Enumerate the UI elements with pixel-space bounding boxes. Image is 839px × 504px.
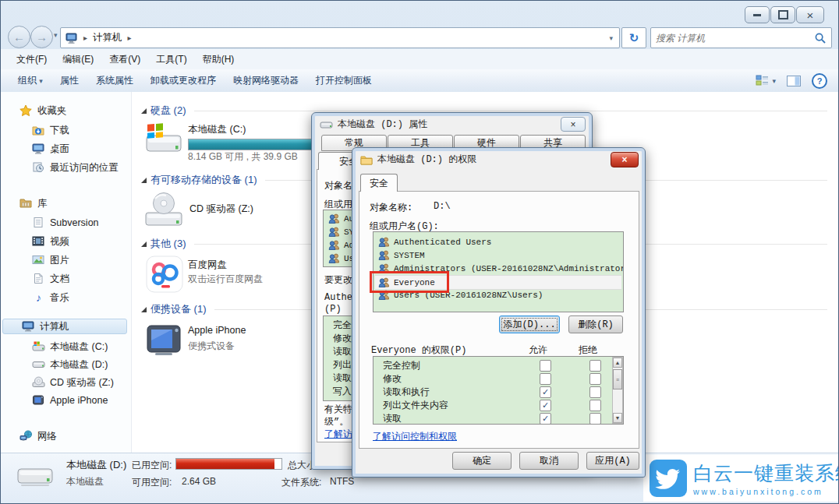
sidebar-item-favorites[interactable]: 收藏夹 — [19, 103, 67, 118]
deny-checkbox-list-folder[interactable] — [589, 400, 601, 411]
deny-checkbox-read-execute[interactable] — [589, 386, 601, 398]
local-disk-c-icon[interactable] — [143, 123, 184, 157]
filesystem-label: 文件系统: — [281, 476, 321, 489]
sidebar-item-downloads[interactable]: 下载 — [32, 122, 69, 138]
sidebar-item-computer[interactable]: 计算机 — [2, 319, 127, 334]
refresh-icon: ↻ — [629, 31, 639, 45]
allow-checkbox-read-execute[interactable]: ✓ — [540, 386, 551, 398]
allow-checkbox-list-folder[interactable]: ✓ — [540, 400, 551, 411]
sidebar-item-documents[interactable]: 文档 — [32, 271, 69, 287]
apple-iphone-icon[interactable] — [144, 321, 183, 358]
cancel-button[interactable]: 取消 — [519, 452, 579, 470]
close-button[interactable]: × — [796, 6, 824, 23]
allow-checkbox-full-control[interactable] — [540, 360, 551, 372]
drive-icon — [16, 461, 54, 491]
watermark-title: 白云一键重装系统 — [693, 460, 839, 486]
scrollbar[interactable]: ▲ ≡ ▼ — [612, 357, 623, 424]
system-properties-button[interactable]: 系统属性 — [96, 74, 133, 87]
refresh-button[interactable]: ↻ — [621, 27, 646, 48]
sidebar-item-network[interactable]: 网络 — [19, 428, 57, 444]
baidu-netdisk-label[interactable]: 百度网盘 — [188, 259, 227, 272]
sidebar-item-pictures[interactable]: 图片 — [32, 252, 69, 268]
sidebar-item-apple-iphone[interactable]: Apple iPhone — [32, 393, 108, 408]
cd-drive-label[interactable]: CD 驱动器 (Z:) — [189, 203, 253, 216]
search-input[interactable] — [651, 33, 815, 44]
scrollbar-thumb[interactable]: ≡ — [613, 369, 622, 389]
local-disk-c-label[interactable]: 本地磁盘 (C:) — [188, 123, 246, 136]
collapse-triangle-icon[interactable] — [141, 241, 147, 247]
sidebar-item-local-disk-d[interactable]: 本地磁盘 (D:) — [32, 357, 108, 372]
open-control-panel-button[interactable]: 打开控制面板 — [316, 74, 372, 87]
iphone-icon — [32, 394, 44, 406]
collapse-triangle-icon[interactable] — [141, 108, 147, 114]
deny-checkbox-full-control[interactable] — [589, 360, 601, 372]
sidebar-item-desktop[interactable]: 桌面 — [32, 141, 69, 157]
acl-help-link[interactable]: 了解访问控制和权限 — [373, 430, 457, 443]
sidebar-item-subversion[interactable]: Subversion — [32, 215, 99, 231]
ok-button[interactable]: 确定 — [452, 452, 512, 470]
search-icon[interactable] — [815, 33, 826, 44]
acl-entry-authenticated-users[interactable]: Authenticated Users — [375, 235, 621, 248]
deny-checkbox-read[interactable] — [589, 413, 601, 425]
menu-tools[interactable]: 工具(T) — [156, 53, 186, 66]
preview-pane-icon[interactable] — [787, 76, 801, 86]
sidebar-item-libraries[interactable]: 库 — [19, 196, 48, 211]
allow-checkbox-modify[interactable] — [540, 373, 551, 385]
watermark-url[interactable]: www.baiyunxitong.com — [693, 487, 839, 496]
history-chevron-icon[interactable]: ▾ — [54, 31, 58, 39]
properties-dialog-titlebar[interactable]: 本地磁盘 (D:) 属性 — [320, 118, 427, 131]
address-dropdown-icon[interactable]: ▾ — [609, 34, 613, 42]
views-button[interactable]: ▾ — [756, 75, 776, 86]
sidebar-item-recent-places[interactable]: 最近访问的位置 — [32, 160, 119, 175]
minimize-button[interactable] — [745, 6, 770, 23]
baidu-netdisk-icon[interactable] — [146, 256, 183, 293]
map-network-drive-button[interactable]: 映射网络驱动器 — [233, 74, 299, 87]
menu-help[interactable]: 帮助(H) — [203, 53, 235, 66]
cd-drive-icon[interactable] — [143, 192, 184, 229]
permission-row-read: 读取 — [375, 412, 402, 425]
properties-button[interactable]: 属性 — [60, 74, 79, 87]
uninstall-program-button[interactable]: 卸载或更改程序 — [150, 74, 216, 87]
collapse-triangle-icon[interactable] — [141, 307, 147, 312]
apple-iphone-label[interactable]: Apple iPhone — [188, 325, 246, 336]
organize-button[interactable]: 组织 ▾ — [18, 74, 43, 87]
remove-button[interactable]: 删除(R) — [568, 315, 623, 333]
properties-close-button[interactable]: × — [561, 117, 586, 132]
menu-view[interactable]: 查看(V) — [109, 53, 140, 66]
address-bar[interactable]: ▸ 计算机 ▸ ▾ — [60, 27, 620, 48]
users-group-icon — [328, 253, 340, 263]
scroll-up-icon[interactable]: ▲ — [613, 358, 622, 368]
filesystem-value: NTFS — [330, 476, 354, 487]
menu-bar: 文件(F) 编辑(E) 查看(V) 工具(T) 帮助(H) — [1, 49, 838, 70]
scroll-down-icon[interactable]: ▼ — [613, 413, 622, 423]
collapse-triangle-icon[interactable] — [141, 178, 147, 183]
maximize-button[interactable] — [770, 6, 795, 23]
disk-icon — [32, 358, 45, 370]
apply-button[interactable]: 应用(A) — [586, 452, 639, 470]
sidebar-item-local-disk-c[interactable]: 本地磁盘 (C:) — [32, 339, 108, 354]
free-space-label: 可用空间: — [132, 476, 172, 489]
help-button[interactable]: ? — [812, 73, 827, 89]
allow-checkbox-read[interactable]: ✓ — [540, 413, 551, 425]
tab-security[interactable]: 安全 — [360, 174, 398, 192]
permission-row-full-control: 完全控制 — [375, 359, 420, 372]
watermark: 白云一键重装系统 www.baiyunxitong.com — [643, 455, 838, 502]
breadcrumb-computer[interactable]: 计算机 — [93, 31, 122, 44]
close-icon: × — [570, 119, 575, 130]
sidebar-item-music[interactable]: ♪ 音乐 — [32, 290, 69, 305]
back-button[interactable]: ← — [8, 26, 30, 48]
close-icon: × — [807, 9, 814, 22]
sidebar-item-cd-drive[interactable]: CD 驱动器 (Z:) — [32, 375, 114, 390]
back-icon: ← — [13, 30, 25, 44]
search-box[interactable] — [650, 27, 832, 48]
permissions-dialog-titlebar[interactable]: 本地磁盘 (D:) 的权限 — [360, 153, 476, 166]
deny-checkbox-modify[interactable] — [589, 373, 601, 385]
sidebar-item-videos[interactable]: 视频 — [32, 234, 69, 249]
add-button[interactable]: 添加(D)... — [499, 315, 560, 333]
menu-file[interactable]: 文件(F) — [16, 53, 47, 66]
permission-list[interactable]: 完全控制 修改 读取和执行 列出文件夹内容 读取 ✓ ✓ ✓ ▲ ≡ ▼ — [373, 356, 624, 425]
acl-entry-system[interactable]: SYSTEM — [375, 248, 621, 262]
menu-edit[interactable]: 编辑(E) — [62, 53, 94, 66]
permissions-close-button[interactable]: × — [611, 152, 639, 167]
forward-button[interactable]: → — [30, 26, 53, 48]
